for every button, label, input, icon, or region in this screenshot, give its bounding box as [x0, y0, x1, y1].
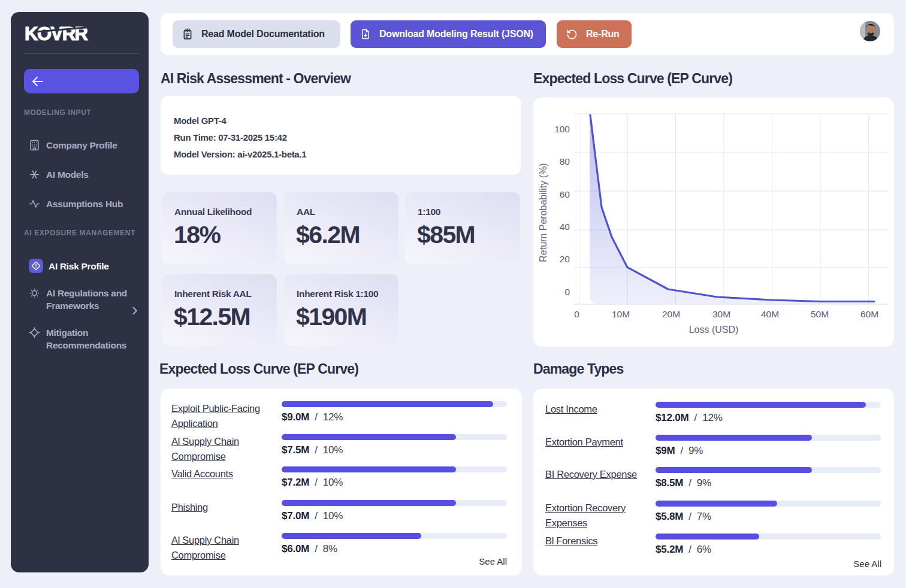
svg-text:60M: 60M	[860, 309, 878, 319]
svg-text:100: 100	[554, 124, 570, 134]
svg-text:10M: 10M	[612, 309, 630, 319]
svg-text:30M: 30M	[712, 309, 730, 319]
svg-text:Loss (USD): Loss (USD)	[689, 325, 739, 335]
svg-text:50M: 50M	[811, 309, 829, 319]
svg-text:KOVRR: KOVRR	[25, 23, 88, 44]
svg-text:40M: 40M	[761, 309, 779, 319]
svg-text:Return Perobability (%): Return Perobability (%)	[538, 163, 548, 262]
svg-text:40: 40	[560, 222, 570, 232]
svg-text:20M: 20M	[662, 309, 680, 319]
svg-text:20: 20	[560, 254, 570, 264]
svg-text:60: 60	[560, 189, 570, 199]
svg-text:80: 80	[560, 156, 570, 166]
svg-text:0: 0	[574, 309, 579, 319]
svg-text:0: 0	[564, 287, 570, 297]
